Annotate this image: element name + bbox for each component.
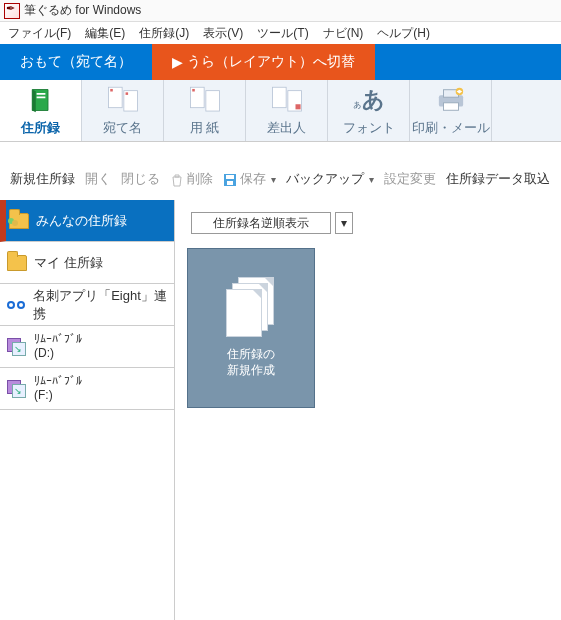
ribbon-font-label: フォント [343, 119, 395, 137]
ribbon-addressbook-label: 住所録 [21, 119, 60, 137]
ribbon-atenai-label: 宛て名 [103, 119, 142, 137]
svg-rect-1 [36, 97, 45, 99]
delete-button[interactable]: 削除 [170, 170, 213, 188]
main-split: みんなの住所録 マイ 住所録 名刺アプリ「Eight」連携 ↘ ﾘﾑｰﾊﾞﾌﾞﾙ… [0, 200, 561, 620]
svg-rect-11 [295, 104, 300, 109]
removable-f-line1: ﾘﾑｰﾊﾞﾌﾞﾙ [34, 375, 82, 388]
ribbon-font[interactable]: ぁあ フォント [328, 80, 410, 141]
menu-view[interactable]: 表示(V) [197, 23, 249, 44]
sidebar-item-removable-f[interactable]: ↘ ﾘﾑｰﾊﾞﾌﾞﾙ (F:) [0, 368, 174, 410]
sort-select[interactable]: 住所録名逆順表示 [191, 212, 331, 234]
menu-navi[interactable]: ナビ(N) [317, 23, 370, 44]
svg-rect-18 [227, 181, 233, 185]
sort-row: 住所録名逆順表示 ▾ [187, 212, 549, 234]
tab-front-label: おもて（宛て名） [20, 53, 132, 71]
folder-icon [6, 252, 28, 274]
eight-app-icon [6, 294, 27, 316]
font-icon: ぁあ [349, 83, 389, 117]
menu-edit[interactable]: 編集(E) [79, 23, 131, 44]
sort-select-label: 住所録名逆順表示 [213, 215, 309, 232]
open-button[interactable]: 開く [85, 170, 111, 188]
sidebar-item-mine[interactable]: マイ 住所録 [0, 242, 174, 284]
ribbon: 住所録 宛て名 用 紙 差出人 ぁあ フォント 印刷・メール [0, 80, 561, 142]
tile-line1: 住所録の [227, 347, 275, 363]
ribbon-print[interactable]: 印刷・メール [410, 80, 492, 141]
ribbon-sender[interactable]: 差出人 [246, 80, 328, 141]
documents-icon [226, 277, 276, 337]
ribbon-atenai[interactable]: 宛て名 [82, 80, 164, 141]
svg-rect-14 [443, 103, 458, 110]
backup-dropdown[interactable]: バックアップ [286, 170, 374, 188]
removable-d-line1: ﾘﾑｰﾊﾞﾌﾞﾙ [34, 333, 82, 346]
svg-point-20 [12, 220, 18, 226]
save-dropdown[interactable]: 保存 [223, 170, 276, 188]
svg-rect-8 [192, 89, 195, 92]
import-button[interactable]: 住所録データ取込 [446, 170, 550, 188]
sidebar: みんなの住所録 マイ 住所録 名刺アプリ「Eight」連携 ↘ ﾘﾑｰﾊﾞﾌﾞﾙ… [0, 200, 175, 620]
app-title: 筆ぐるめ for Windows [24, 2, 141, 19]
tab-front[interactable]: おもて（宛て名） [0, 44, 152, 80]
book-icon [21, 83, 61, 117]
ribbon-paper-label: 用 紙 [190, 119, 220, 137]
svg-rect-4 [110, 89, 113, 92]
sidebar-everyone-label: みんなの住所録 [36, 212, 127, 230]
trash-icon [170, 171, 184, 187]
postcard-icon [103, 83, 143, 117]
close-button[interactable]: 閉じる [121, 170, 160, 188]
sidebar-item-everyone[interactable]: みんなの住所録 [0, 200, 174, 242]
titlebar: 筆ぐるめ for Windows [0, 0, 561, 22]
settings-button[interactable]: 設定変更 [384, 170, 436, 188]
sidebar-item-eight[interactable]: 名刺アプリ「Eight」連携 [0, 284, 174, 326]
tile-line2: 新規作成 [227, 363, 275, 379]
tab-back[interactable]: ▶ うら（レイアウト）へ切替 [152, 44, 375, 80]
menubar: ファイル(F) 編集(E) 住所録(J) 表示(V) ツール(T) ナビ(N) … [0, 22, 561, 44]
content-area: 住所録名逆順表示 ▾ 住所録の 新規作成 [175, 200, 561, 620]
ribbon-print-label: 印刷・メール [412, 119, 490, 137]
sidebar-item-removable-d[interactable]: ↘ ﾘﾑｰﾊﾞﾌﾞﾙ (D:) [0, 326, 174, 368]
save-icon [223, 171, 237, 187]
svg-rect-7 [205, 91, 219, 111]
sidebar-eight-label: 名刺アプリ「Eight」連携 [33, 287, 174, 323]
tab-back-label: うら（レイアウト）へ切替 [187, 53, 355, 71]
ribbon-sender-label: 差出人 [267, 119, 306, 137]
svg-rect-17 [226, 175, 234, 179]
ribbon-paper[interactable]: 用 紙 [164, 80, 246, 141]
menu-addressbook[interactable]: 住所録(J) [133, 23, 195, 44]
new-addressbook-tile[interactable]: 住所録の 新規作成 [187, 248, 315, 408]
sort-dropdown-button[interactable]: ▾ [335, 212, 353, 234]
svg-rect-0 [36, 93, 45, 95]
removable-drive-icon: ↘ [6, 378, 28, 400]
svg-rect-9 [272, 87, 286, 107]
printer-icon [431, 83, 471, 117]
menu-tools[interactable]: ツール(T) [251, 23, 314, 44]
removable-d-line2: (D:) [34, 347, 82, 360]
menu-help[interactable]: ヘルプ(H) [371, 23, 436, 44]
triangle-right-icon: ▶ [172, 54, 183, 70]
paper-icon [185, 83, 225, 117]
chevron-down-icon: ▾ [341, 216, 347, 230]
secondary-toolbar: 新規住所録 開く 閉じる 削除 保存 バックアップ 設定変更 住所録データ取込 [0, 142, 561, 200]
folder-people-icon [8, 210, 30, 232]
sidebar-mine-label: マイ 住所録 [34, 254, 103, 272]
main-tab-strip: おもて（宛て名） ▶ うら（レイアウト）へ切替 [0, 44, 561, 80]
ribbon-addressbook[interactable]: 住所録 [0, 80, 82, 141]
svg-rect-5 [125, 92, 128, 95]
new-addressbook-button[interactable]: 新規住所録 [10, 170, 75, 188]
removable-f-line2: (F:) [34, 389, 82, 402]
menu-file[interactable]: ファイル(F) [2, 23, 77, 44]
app-icon [4, 3, 20, 19]
sender-icon [267, 83, 307, 117]
removable-drive-icon: ↘ [6, 336, 28, 358]
